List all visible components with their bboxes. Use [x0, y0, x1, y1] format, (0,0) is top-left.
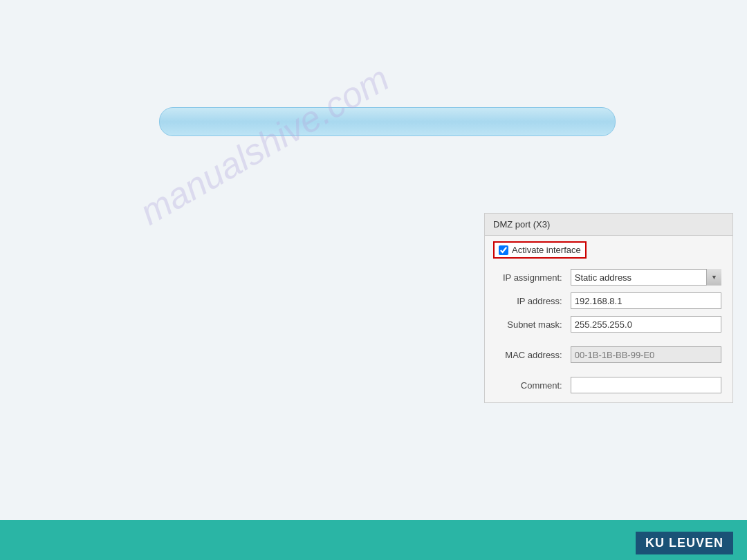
comment-input[interactable] — [571, 377, 721, 393]
activate-interface-checkbox[interactable] — [499, 245, 508, 255]
mac-address-cell — [568, 343, 724, 366]
watermark: manualshive.com — [133, 57, 396, 233]
mac-address-input — [571, 346, 721, 363]
dmz-port-panel: DMZ port (X3) Activate interface IP assi… — [484, 213, 733, 403]
ku-leuven-logo: KU LEUVEN — [636, 532, 733, 554]
ip-address-input[interactable] — [571, 292, 721, 309]
ip-assignment-row: IP assignment: Static address DHCP PPPoE — [493, 265, 724, 289]
subnet-mask-cell — [568, 312, 724, 336]
activate-interface-checkbox-wrapper: Activate interface — [493, 241, 587, 259]
spacer-row-2 — [493, 366, 724, 373]
panel-title: DMZ port (X3) — [485, 214, 732, 236]
ip-assignment-label: IP assignment: — [493, 265, 568, 289]
panel-body: Activate interface IP assignment: Static… — [485, 236, 732, 402]
ip-address-label: IP address: — [493, 289, 568, 312]
ip-assignment-select-wrapper: Static address DHCP PPPoE — [571, 269, 721, 286]
form-table: IP assignment: Static address DHCP PPPoE — [493, 265, 724, 397]
subnet-mask-input[interactable] — [571, 316, 721, 333]
ip-assignment-select[interactable]: Static address DHCP PPPoE — [571, 269, 721, 286]
activate-interface-label: Activate interface — [512, 245, 581, 255]
top-navigation-bar — [159, 107, 616, 136]
spacer-row-1 — [493, 336, 724, 343]
activate-interface-row: Activate interface — [493, 241, 724, 259]
comment-label: Comment: — [493, 373, 568, 397]
subnet-mask-label: Subnet mask: — [493, 312, 568, 336]
mac-address-label: MAC address: — [493, 343, 568, 366]
ip-address-cell — [568, 289, 724, 312]
ip-assignment-cell: Static address DHCP PPPoE — [568, 265, 724, 289]
subnet-mask-row: Subnet mask: — [493, 312, 724, 336]
mac-address-row: MAC address: — [493, 343, 724, 366]
comment-cell — [568, 373, 724, 397]
comment-row: Comment: — [493, 373, 724, 397]
ip-address-row: IP address: — [493, 289, 724, 312]
